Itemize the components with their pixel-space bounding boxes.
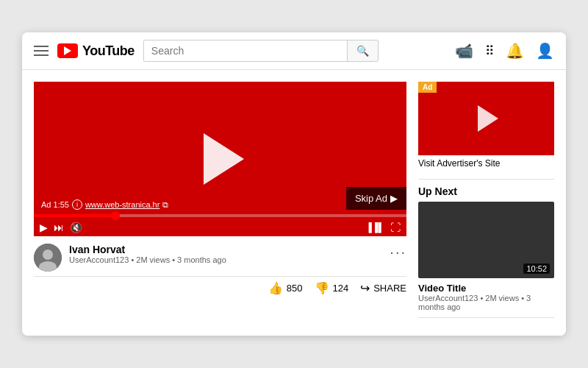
like-button[interactable]: 👍 850 xyxy=(268,281,303,295)
ad-link[interactable]: Visit Advertiser's Site xyxy=(418,155,554,171)
play-button-large[interactable] xyxy=(204,133,244,185)
ad-url[interactable]: www.web-stranica.hr xyxy=(85,200,159,209)
bell-icon[interactable]: 🔔 xyxy=(506,42,524,60)
account-icon[interactable]: 👤 xyxy=(536,42,554,60)
main-content: Ad 1:55 i www.web-stranica.hr ⧉ Skip Ad … xyxy=(22,70,566,336)
dislike-icon: 👎 xyxy=(315,281,329,295)
channel-name[interactable]: Ivan Horvat xyxy=(69,244,382,255)
ad-play-icon xyxy=(478,105,498,132)
next-video-thumbnail[interactable]: 10:52 xyxy=(418,202,554,278)
next-video-title[interactable]: Video Title xyxy=(418,283,554,294)
channel-text: Ivan Horvat UserAccount123 • 2M views • … xyxy=(69,244,382,264)
skip-ad-button[interactable]: Skip Ad ▶ xyxy=(346,187,406,210)
ad-badge: Ad xyxy=(418,82,437,93)
navbar: YouTube 🔍 📹 ⠿ 🔔 👤 xyxy=(22,32,566,70)
avatar[interactable] xyxy=(34,244,62,272)
sidebar: Ad Visit Advertiser's Site Up Next 10:52… xyxy=(418,82,554,324)
action-bar: 👍 850 👎 124 ↪ SHARE xyxy=(34,276,406,300)
like-count: 850 xyxy=(287,283,303,294)
video-player[interactable]: Ad 1:55 i www.web-stranica.hr ⧉ Skip Ad … xyxy=(34,82,406,236)
volume-icon[interactable]: 🔇 xyxy=(70,222,82,233)
nav-icons: 📹 ⠿ 🔔 👤 xyxy=(455,42,554,60)
progress-handle xyxy=(111,211,120,220)
youtube-logo[interactable]: YouTube xyxy=(57,43,135,59)
camera-icon[interactable]: 📹 xyxy=(455,42,473,60)
like-icon: 👍 xyxy=(268,281,283,295)
browser-window: YouTube 🔍 📹 ⠿ 🔔 👤 Ad 1:55 i www.web-stra xyxy=(22,32,566,336)
skip-ad-arrow-icon: ▶ xyxy=(390,193,398,204)
svg-point-1 xyxy=(43,250,53,260)
grid-icon[interactable]: ⠿ xyxy=(485,43,494,59)
video-controls: ▶ ⏭ 🔇 ▐▐▌ ⛶ xyxy=(34,222,406,233)
ad-info-icon[interactable]: i xyxy=(72,199,82,210)
youtube-logo-icon xyxy=(57,43,78,58)
ad-ext-link-icon: ⧉ xyxy=(162,200,168,210)
ad-time: Ad 1:55 xyxy=(41,200,69,209)
divider xyxy=(418,179,554,180)
share-icon: ↪ xyxy=(360,281,370,295)
duration-badge: 10:52 xyxy=(523,263,550,274)
channel-info: Ivan Horvat UserAccount123 • 2M views • … xyxy=(34,236,406,276)
search-button[interactable]: 🔍 xyxy=(347,40,378,61)
ad-banner: Ad Visit Advertiser's Site xyxy=(418,82,554,171)
divider-2 xyxy=(418,317,554,318)
more-options-button[interactable]: ··· xyxy=(390,244,406,261)
dislike-count: 124 xyxy=(333,283,349,294)
fullscreen-icon[interactable]: ⛶ xyxy=(390,222,401,233)
skip-ad-label: Skip Ad xyxy=(355,193,387,204)
up-next-label: Up Next xyxy=(418,185,554,197)
ad-overlay: Ad 1:55 i www.web-stranica.hr ⧉ xyxy=(41,199,168,210)
share-label: SHARE xyxy=(373,283,406,294)
next-button[interactable]: ⏭ xyxy=(54,222,64,233)
search-input[interactable] xyxy=(144,40,347,61)
search-bar: 🔍 xyxy=(143,40,379,62)
progress-bar-fill xyxy=(34,214,116,217)
play-pause-button[interactable]: ▶ xyxy=(40,222,48,233)
dislike-button[interactable]: 👎 124 xyxy=(315,281,349,295)
share-button[interactable]: ↪ SHARE xyxy=(360,281,406,295)
stats-icon[interactable]: ▐▐▌ xyxy=(365,222,384,233)
progress-bar-container[interactable] xyxy=(34,214,406,217)
ad-thumbnail[interactable] xyxy=(418,82,554,155)
channel-meta: UserAccount123 • 2M views • 3 months ago xyxy=(69,255,382,264)
next-video-meta: UserAccount123 • 2M views • 3 months ago xyxy=(418,294,554,311)
hamburger-menu[interactable] xyxy=(34,46,49,56)
youtube-logo-text: YouTube xyxy=(82,43,135,59)
video-section: Ad 1:55 i www.web-stranica.hr ⧉ Skip Ad … xyxy=(34,82,406,324)
